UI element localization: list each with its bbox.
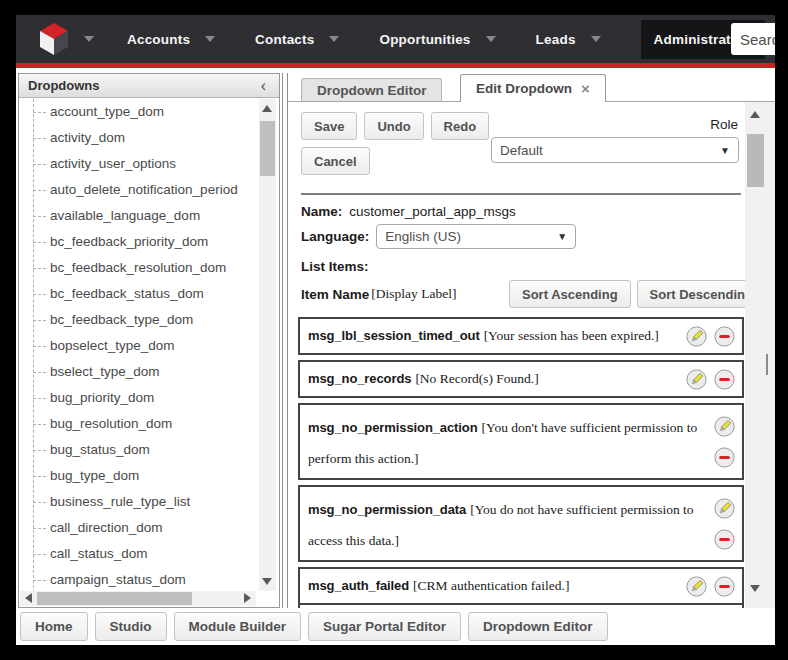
role-select[interactable]: Default ▼ [491,137,739,163]
row-actions [682,362,742,396]
scroll-right-icon[interactable] [244,593,251,603]
dropdown-name: bselect_type_dom [50,364,160,379]
list-row[interactable]: msg_no_records[No Record(s) Found.] [298,360,744,398]
item-name: msg_auth_failed [308,578,409,593]
sidebar-title: Dropdowns [28,78,261,93]
dropdown-name: activity_dom [50,130,125,145]
list-items-label: List Items: [301,259,369,274]
sidebar-item-dropdown[interactable]: bc_feedback_priority_dom [19,229,258,255]
name-value: customer_portal_app_msgs [349,204,516,219]
sidebar-item-dropdown[interactable]: bug_status_dom [19,437,258,463]
footer-shortcut-button[interactable]: Sugar Portal Editor [308,612,461,641]
sidebar-item-dropdown[interactable]: activity_user_options [19,151,258,177]
cancel-button[interactable]: Cancel [301,147,370,175]
delete-item-icon[interactable] [714,447,735,468]
scroll-up-icon[interactable] [262,105,272,112]
dropdowns-sidebar: Dropdowns ‹ account_type_dom activity_do… [18,73,280,608]
redo-button[interactable]: Redo [431,112,490,140]
sidebar-item-dropdown[interactable]: bselect_type_dom [19,359,258,385]
item-name: msg_lbl_session_timed_out [308,328,480,343]
sidebar-item-dropdown[interactable]: available_language_dom [19,203,258,229]
nav-menu-item[interactable]: Contacts [255,32,339,47]
editor-vertical-scrollbar[interactable] [745,102,775,608]
sidebar-item-dropdown[interactable]: call_status_dom [19,541,258,567]
close-tab-icon[interactable]: × [581,80,590,97]
tab-dropdown-editor[interactable]: Dropdown Editor [301,78,442,102]
item-name: msg_no_permission_action [308,420,478,435]
sidebar-item-dropdown[interactable]: campaign_status_dom [19,567,258,591]
list-row[interactable]: msg_lbl_session_timed_out[Your session h… [298,317,744,355]
sidebar-item-dropdown[interactable]: bc_feedback_type_dom [19,307,258,333]
top-navbar: Accounts Contacts Opportunities [16,15,775,63]
dropdown-name: bc_feedback_resolution_dom [50,260,226,275]
edit-item-icon[interactable] [686,326,707,347]
language-label: Language: [301,229,369,244]
dropdown-name: bug_priority_dom [50,390,154,405]
edit-item-icon[interactable] [686,576,707,597]
sidebar-item-dropdown[interactable]: bug_priority_dom [19,385,258,411]
scroll-down-icon[interactable] [750,585,760,592]
edit-item-icon[interactable] [714,498,735,519]
list-row[interactable]: msg_no_permission_data[You do not have s… [298,485,744,562]
scrollbar-thumb[interactable] [37,592,192,605]
sidebar-horizontal-scrollbar[interactable] [20,591,256,606]
chevron-down-icon[interactable] [591,36,601,42]
scrollbar-thumb[interactable] [747,134,764,187]
sidebar-item-dropdown[interactable]: auto_delete_notification_period [19,177,258,203]
sidebar-item-dropdown[interactable]: account_type_dom [19,99,258,125]
logo-chevron-down-icon[interactable] [84,36,94,42]
tab-edit-dropdown[interactable]: Edit Dropdown × [460,74,606,102]
dropdown-list: account_type_dom activity_dom activity_u… [19,99,258,591]
sidebar-item-dropdown[interactable]: bug_type_dom [19,463,258,489]
nav-menu: Accounts Contacts Opportunities [127,20,775,59]
sidebar-item-dropdown[interactable]: bc_feedback_status_dom [19,281,258,307]
editor-toolbar: Save Undo Redo [301,112,489,140]
nav-menu-item[interactable]: Accounts [127,32,215,47]
dropdown-editor-panel: Dropdown Editor Edit Dropdown × Save Und… [288,73,775,608]
collapse-panel-icon[interactable]: ‹ [261,79,270,93]
footer-shortcut-button[interactable]: Studio [95,612,167,641]
footer-shortcut-button[interactable]: Dropdown Editor [468,612,607,641]
list-row[interactable]: msg_auth_failed[CRM authentication faile… [298,567,744,605]
sidebar-item-dropdown[interactable]: call_direction_dom [19,515,258,541]
language-select[interactable]: English (US) ▼ [376,224,576,249]
edit-item-icon[interactable] [686,369,707,390]
delete-item-icon[interactable] [714,326,735,347]
sort-ascending-button[interactable]: Sort Ascending [509,280,631,308]
dropdown-name: business_rule_type_list [50,494,190,509]
row-text: msg_no_permission_data[You do not have s… [300,487,710,560]
chevron-down-icon[interactable] [205,36,215,42]
select-arrow-icon: ▼ [557,231,567,242]
list-row[interactable]: msg_no_permission_action[You don't have … [298,403,744,480]
delete-item-icon[interactable] [714,369,735,390]
edit-item-icon[interactable] [714,416,735,437]
select-arrow-icon: ▼ [720,145,730,156]
undo-button[interactable]: Undo [364,112,423,140]
save-button[interactable]: Save [301,112,357,140]
item-name: msg_no_records [308,371,411,386]
sidebar-item-dropdown[interactable]: bopselect_type_dom [19,333,258,359]
footer-shortcut-button[interactable]: Module Builder [174,612,302,641]
delete-item-icon[interactable] [714,529,735,550]
scroll-left-icon[interactable] [25,593,32,603]
chevron-down-icon[interactable] [486,36,496,42]
sidebar-item-dropdown[interactable]: business_rule_type_list [19,489,258,515]
dropdown-name: call_status_dom [50,546,148,561]
nav-menu-item[interactable]: Opportunities [379,32,495,47]
delete-item-icon[interactable] [714,576,735,597]
scroll-up-icon[interactable] [750,111,760,118]
sidebar-item-dropdown[interactable]: activity_dom [19,125,258,151]
item-display-label: [CRM authentication failed.] [413,578,569,593]
sugarcrm-logo-icon[interactable] [39,22,69,56]
nav-menu-label: Contacts [255,32,314,47]
search-input[interactable] [731,23,775,55]
nav-menu-item[interactable]: Leads [536,32,601,47]
chevron-down-icon[interactable] [329,36,339,42]
sidebar-item-dropdown[interactable]: bc_feedback_resolution_dom [19,255,258,281]
footer-shortcut-button[interactable]: Home [20,612,88,641]
dropdown-name: campaign_status_dom [50,572,186,587]
scrollbar-thumb[interactable] [260,121,275,176]
sidebar-vertical-scrollbar[interactable] [259,99,276,591]
sidebar-item-dropdown[interactable]: bug_resolution_dom [19,411,258,437]
scroll-down-icon[interactable] [262,578,272,585]
